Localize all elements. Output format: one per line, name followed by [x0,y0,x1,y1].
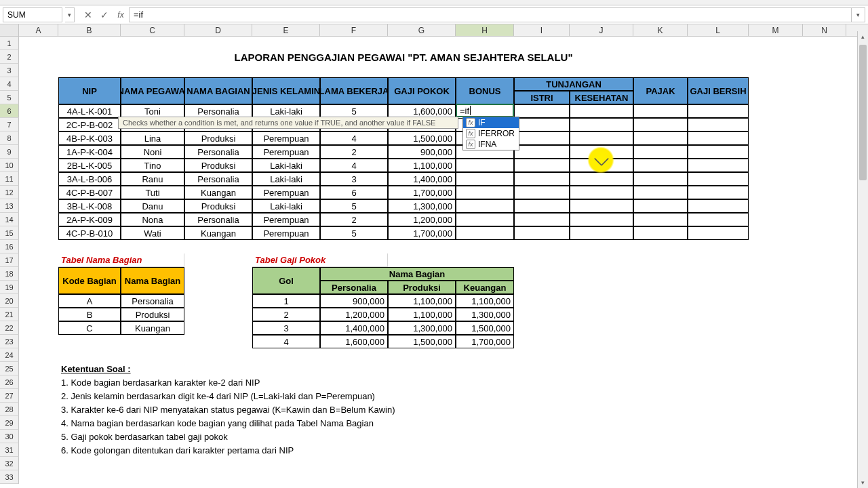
name-box[interactable]: SUM [3,7,62,22]
cell-B27[interactable]: 2. Jenis kelamin berdasarkan digit ke-4 … [58,389,570,403]
cell-I14[interactable] [514,213,570,226]
cell-E23[interactable]: 4 [252,335,320,348]
cell-H21[interactable]: 1,300,000 [456,308,514,321]
cell-K14[interactable] [633,213,688,226]
cell-I15[interactable] [514,226,570,240]
cell-F9[interactable]: 2 [320,145,388,159]
cell-D4[interactable]: NAMA BAGIAN [184,77,252,104]
cell-J7[interactable] [570,118,633,131]
cell-B17[interactable]: Tabel Nama Bagian [58,253,184,267]
cell-H22[interactable]: 1,500,000 [456,321,514,335]
cell-C4[interactable]: NAMA PEGAWAI [121,77,184,104]
row-header-28[interactable]: 28 [0,403,19,416]
cell-C20[interactable]: Personalia [121,294,184,308]
cell-K9[interactable] [633,145,688,159]
cell-L9[interactable] [688,145,749,159]
cell-I8[interactable] [514,131,570,145]
grid[interactable]: 1234567891011121314151617181920212223242… [0,37,868,488]
cell-B18[interactable]: Kode Bagian [58,267,121,294]
cell-J6[interactable] [570,104,633,118]
cell-H10[interactable] [456,159,514,172]
cell-E20[interactable]: 1 [252,294,320,308]
row-header-16[interactable]: 16 [0,240,19,253]
cell-D12[interactable]: Kuangan [184,186,252,199]
scroll-thumb[interactable] [859,45,867,180]
cell-E18[interactable]: Gol [252,267,320,294]
cell-K6[interactable] [633,104,688,118]
cell-L4[interactable]: GAJI BERSIH [688,77,749,104]
cell-B25[interactable]: Ketentuan Soal : [58,362,252,375]
cell-E11[interactable]: Laki-laki [252,172,320,186]
row-header-30[interactable]: 30 [0,430,19,443]
cell-G23[interactable]: 1,500,000 [388,335,456,348]
col-header-K[interactable]: K [633,24,688,36]
cell-E6[interactable]: Laki-laki [252,104,320,118]
cell-L14[interactable] [688,213,749,226]
cell-I5[interactable]: ISTRI [514,91,570,104]
cell-C10[interactable]: Tino [121,159,184,172]
cell-G13[interactable]: 1,300,000 [388,199,456,213]
row-header-19[interactable]: 19 [0,281,19,294]
row-header-23[interactable]: 23 [0,335,19,348]
cell-I12[interactable] [514,186,570,199]
cell-I9[interactable] [514,145,570,159]
cell-B2[interactable]: LAPORAN PENGGAJIAN PEGAWAI "PT. AMAN SEJ… [58,50,749,64]
cell-K11[interactable] [633,172,688,186]
cell-F18[interactable]: Nama Bagian [320,267,514,281]
col-header-J[interactable]: J [570,24,633,36]
cell-C13[interactable]: Danu [121,199,184,213]
row-header-20[interactable]: 20 [0,294,19,308]
cell-I10[interactable] [514,159,570,172]
cell-J14[interactable] [570,213,633,226]
row-header-7[interactable]: 7 [0,118,19,131]
cell-G8[interactable]: 1,500,000 [388,131,456,145]
cell-H23[interactable]: 1,700,000 [456,335,514,348]
vertical-scrollbar[interactable]: ▴ ▾ [857,31,868,488]
cell-F10[interactable]: 4 [320,159,388,172]
cell-G14[interactable]: 1,200,000 [388,213,456,226]
cell-B28[interactable]: 3. Karakter ke-6 dari NIP menyatakan sta… [58,403,570,416]
cell-G11[interactable]: 1,400,000 [388,172,456,186]
cell-I4[interactable]: TUNJANGAN [514,77,633,91]
cell-D6[interactable]: Personalia [184,104,252,118]
row-header-10[interactable]: 10 [0,159,19,172]
row-header-8[interactable]: 8 [0,131,19,145]
cell-I7[interactable] [514,118,570,131]
cell-G19[interactable]: Produksi [388,281,456,294]
cell-E4[interactable]: JENIS KELAMIN [252,77,320,104]
cell-L13[interactable] [688,199,749,213]
row-header-17[interactable]: 17 [0,253,19,267]
cell-J12[interactable] [570,186,633,199]
row-header-12[interactable]: 12 [0,186,19,199]
row-header-9[interactable]: 9 [0,145,19,159]
cell-F22[interactable]: 1,400,000 [320,321,388,335]
cell-H13[interactable] [456,199,514,213]
cell-H20[interactable]: 1,100,000 [456,294,514,308]
row-header-21[interactable]: 21 [0,308,19,321]
cell-G9[interactable]: 900,000 [388,145,456,159]
autocomplete-item-ifna[interactable]: fxIFNA [463,139,519,150]
col-header-F[interactable]: F [320,24,388,36]
col-header-C[interactable]: C [121,24,184,36]
cell-C12[interactable]: Tuti [121,186,184,199]
cell-F11[interactable]: 3 [320,172,388,186]
cell-B8[interactable]: 4B-P-K-003 [58,131,121,145]
col-header-D[interactable]: D [184,24,252,36]
cell-B12[interactable]: 4C-P-B-007 [58,186,121,199]
cell-L7[interactable] [688,118,749,131]
cell-J15[interactable] [570,226,633,240]
cell-E22[interactable]: 3 [252,321,320,335]
cell-F21[interactable]: 1,200,000 [320,308,388,321]
cell-B30[interactable]: 5. Gaji pokok berdasarkan tabel gaji pok… [58,430,570,443]
cell-L6[interactable] [688,104,749,118]
cell-D15[interactable]: Kuangan [184,226,252,240]
row-header-25[interactable]: 25 [0,362,19,375]
cell-C15[interactable]: Wati [121,226,184,240]
cell-C11[interactable]: Ranu [121,172,184,186]
cell-B7[interactable]: 2C-P-B-002 [58,118,121,131]
cell-L15[interactable] [688,226,749,240]
cell-C8[interactable]: Lina [121,131,184,145]
cell-F14[interactable]: 2 [320,213,388,226]
cell-H14[interactable] [456,213,514,226]
row-header-13[interactable]: 13 [0,199,19,213]
